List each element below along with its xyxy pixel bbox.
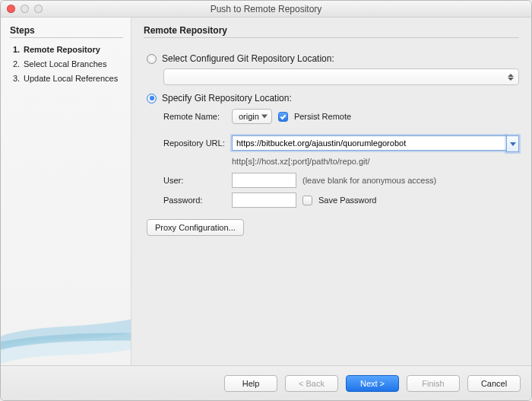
save-password-label: Save Password [318, 196, 376, 205]
steps-list: 1.Remote Repository 2.Select Local Branc… [10, 43, 123, 86]
help-button[interactable]: Help [224, 375, 277, 392]
step-update-local-references: 3.Update Local References [10, 72, 123, 86]
persist-remote-label: Persist Remote [294, 112, 351, 121]
password-label: Password: [163, 196, 232, 205]
repo-url-row: Repository URL: [163, 135, 519, 152]
remote-name-label: Remote Name: [163, 112, 232, 121]
step-select-local-branches: 2.Select Local Branches [10, 57, 123, 72]
dialog-footer: Help < Back Next > Finish Cancel [1, 365, 531, 400]
credentials-form: User: (leave blank for anonymous access)… [163, 172, 519, 208]
repo-url-input[interactable] [232, 135, 506, 151]
specify-form: Remote Name: origin Persist Remote [163, 108, 519, 125]
proxy-row: Proxy Configuration... [147, 219, 519, 236]
option-configured-row[interactable]: Select Configured Git Repository Locatio… [147, 53, 519, 64]
option-specify-row[interactable]: Specify Git Repository Location: [147, 93, 519, 103]
main-panel: Remote Repository Select Configured Git … [131, 18, 531, 365]
repo-url-label: Repository URL: [163, 135, 232, 152]
persist-remote-checkbox[interactable] [278, 112, 288, 122]
password-input[interactable] [232, 193, 296, 208]
save-password-checkbox[interactable] [302, 196, 312, 205]
user-input[interactable] [232, 173, 296, 188]
check-icon [280, 113, 287, 120]
steps-sidebar: Steps 1.Remote Repository 2.Select Local… [1, 18, 131, 365]
remote-name-row: Remote Name: origin Persist Remote [163, 108, 519, 125]
radio-configured[interactable] [147, 54, 157, 64]
repo-url-combo [232, 135, 519, 152]
remote-name-select[interactable]: origin [232, 109, 272, 124]
password-row: Password: Save Password [163, 192, 519, 208]
finish-button[interactable]: Finish [407, 375, 460, 392]
step-remote-repository: 1.Remote Repository [10, 43, 123, 57]
dialog-window: Push to Remote Repository Steps 1.Remote… [0, 0, 532, 401]
panel-heading: Remote Repository [144, 25, 519, 38]
cancel-button[interactable]: Cancel [467, 375, 521, 392]
panel-body: Select Configured Git Repository Locatio… [144, 41, 519, 236]
repo-url-hint: http[s]://host.xz[:port]/path/to/repo.gi… [232, 157, 519, 166]
repo-url-dropdown[interactable] [506, 135, 519, 152]
next-button[interactable]: Next > [346, 375, 399, 392]
option-configured-label: Select Configured Git Repository Locatio… [162, 53, 334, 64]
proxy-configuration-button[interactable]: Proxy Configuration... [147, 219, 244, 236]
back-button[interactable]: < Back [285, 375, 338, 392]
titlebar: Push to Remote Repository [1, 1, 531, 18]
user-row: User: (leave blank for anonymous access) [163, 172, 519, 189]
window-title: Push to Remote Repository [1, 4, 531, 14]
combo-arrows-icon [508, 72, 514, 81]
decorative-swoosh [1, 282, 131, 365]
user-label: User: [163, 176, 232, 185]
dialog-body: Steps 1.Remote Repository 2.Select Local… [1, 18, 531, 365]
configured-repo-combo[interactable] [163, 68, 519, 85]
radio-specify[interactable] [147, 94, 157, 103]
option-specify-label: Specify Git Repository Location: [162, 93, 292, 103]
steps-heading: Steps [10, 25, 123, 38]
user-note: (leave blank for anonymous access) [302, 176, 436, 185]
